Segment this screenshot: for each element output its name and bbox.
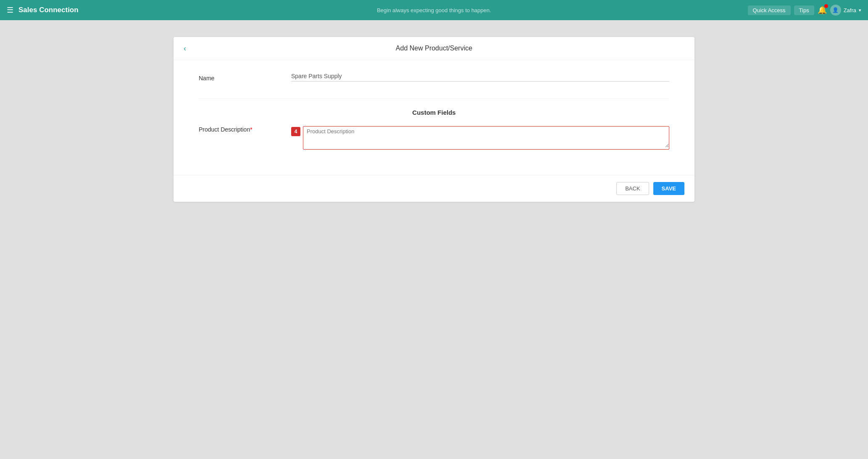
name-field-row: Name Spare Parts Supply xyxy=(199,73,669,86)
top-navigation: ☰ Sales Connection Begin always expectin… xyxy=(0,0,868,20)
notification-bell[interactable]: 🔔 xyxy=(818,5,827,15)
tagline: Begin always expecting good things to ha… xyxy=(377,7,491,13)
card-footer: BACK SAVE xyxy=(174,175,694,202)
notification-dot xyxy=(824,4,828,8)
avatar: 👤 xyxy=(830,5,841,16)
menu-icon[interactable]: ☰ xyxy=(7,5,13,15)
name-value: Spare Parts Supply xyxy=(291,73,669,82)
product-description-label: Product Description* xyxy=(199,126,291,133)
required-indicator: * xyxy=(250,126,252,133)
name-label: Name xyxy=(199,75,291,82)
brand-name: Sales Connection xyxy=(18,6,79,14)
product-description-row: Product Description* 4 xyxy=(199,126,669,150)
card-header: ‹ Add New Product/Service xyxy=(174,37,694,60)
user-menu[interactable]: 👤 Zafra ▾ xyxy=(830,5,861,16)
save-button[interactable]: SAVE xyxy=(653,182,684,195)
custom-fields-section: Custom Fields Product Description* 4 xyxy=(199,98,669,150)
tips-button[interactable]: Tips xyxy=(794,5,814,15)
back-button[interactable]: BACK xyxy=(616,182,649,195)
page-content: ‹ Add New Product/Service Name Spare Par… xyxy=(0,20,868,459)
card-body: Name Spare Parts Supply Custom Fields Pr… xyxy=(174,60,694,175)
textarea-highlight xyxy=(303,126,669,150)
product-description-field-wrapper: 4 xyxy=(291,126,669,150)
quick-access-button[interactable]: Quick Access xyxy=(748,5,791,15)
back-arrow-button[interactable]: ‹ xyxy=(182,44,188,53)
chevron-down-icon: ▾ xyxy=(859,8,861,13)
step-badge: 4 xyxy=(291,127,300,136)
user-name: Zafra xyxy=(844,7,856,13)
form-title: Add New Product/Service xyxy=(396,45,472,52)
form-card: ‹ Add New Product/Service Name Spare Par… xyxy=(174,37,694,202)
product-description-textarea[interactable] xyxy=(303,127,669,148)
custom-fields-title: Custom Fields xyxy=(199,109,669,116)
